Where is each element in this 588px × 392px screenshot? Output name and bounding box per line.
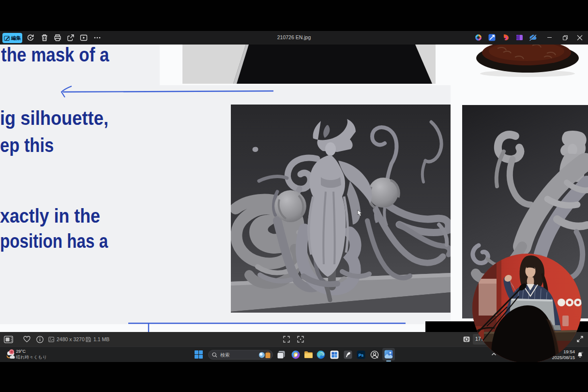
svg-text:Ps: Ps (359, 353, 364, 358)
